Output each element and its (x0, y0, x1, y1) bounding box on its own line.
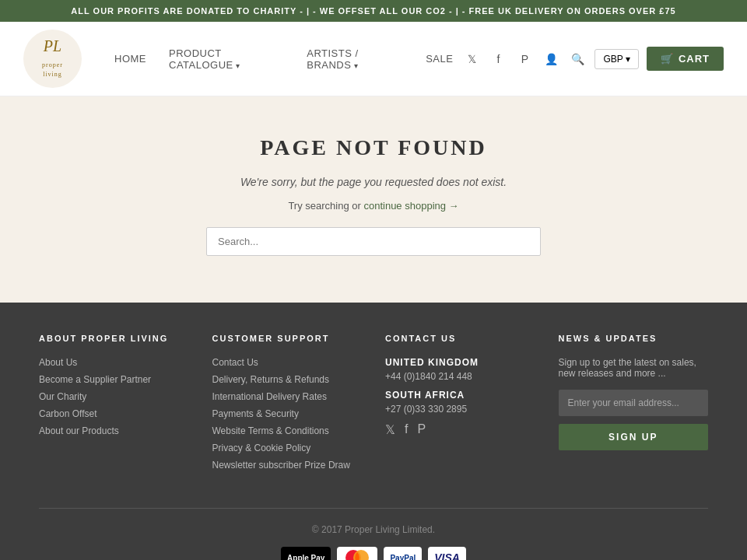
footer: ABOUT PROPER LIVING About Us Become a Su… (0, 303, 747, 560)
footer-contact-title: CONTACT US (385, 334, 535, 343)
account-icon[interactable]: 👤 (542, 50, 560, 68)
facebook-icon[interactable]: f (489, 50, 507, 68)
footer-facebook-icon[interactable]: f (405, 422, 408, 437)
footer-about-title: ABOUT PROPER LIVING (39, 334, 189, 343)
footer-link-international[interactable]: International Delivery Rates (212, 391, 363, 402)
search-icon[interactable]: 🔍 (568, 50, 587, 68)
footer-link-newsletter[interactable]: Newsletter subscriber Prize Draw (212, 460, 363, 471)
footer-pinterest-icon[interactable]: P (417, 422, 426, 437)
svg-text:proper: proper (42, 61, 63, 68)
payment-icons: Apple Pay PayPal VISA (39, 547, 708, 560)
social-icons: 𝕏 f P (385, 422, 535, 437)
sorry-message: We're sorry, but the page you requested … (240, 176, 507, 188)
footer-link-products[interactable]: About our Products (39, 425, 189, 436)
email-input[interactable] (559, 390, 709, 416)
footer-link-privacy[interactable]: Privacy & Cookie Policy (212, 443, 363, 453)
contact-uk-phone: +44 (0)1840 214 448 (385, 371, 535, 382)
contact-sa-label: SOUTH AFRICA (385, 390, 535, 401)
footer-col-contact: CONTACT US UNITED KINGDOM +44 (0)1840 21… (385, 334, 535, 477)
footer-news-title: NEWS & UPDATES (559, 334, 709, 343)
footer-link-delivery[interactable]: Delivery, Returns & Refunds (212, 374, 363, 385)
signup-button[interactable]: SIGN UP (559, 424, 709, 450)
currency-selector[interactable]: GBP ▾ (594, 49, 638, 69)
nav-catalogue[interactable]: PRODUCT CATALOGUE (160, 41, 293, 77)
footer-link-payments[interactable]: Payments & Security (212, 408, 363, 419)
mastercard-icon (337, 547, 377, 560)
contact-sa-phone: +27 (0)33 330 2895 (385, 404, 535, 415)
main-content: PAGE NOT FOUND We're sorry, but the page… (0, 96, 747, 303)
header-right: 𝕏 f P 👤 🔍 GBP ▾ 🛒 CART (462, 47, 724, 71)
nav-artists[interactable]: ARTISTS / BRANDS (297, 41, 412, 77)
search-prompt-text: Try searching or continue shopping → (288, 200, 458, 212)
footer-support-title: CUSTOMER SUPPORT (212, 334, 363, 343)
pinterest-icon[interactable]: P (515, 50, 534, 68)
footer-col-support: CUSTOMER SUPPORT Contact Us Delivery, Re… (212, 334, 363, 477)
twitter-icon[interactable]: 𝕏 (462, 50, 481, 68)
signup-description: Sign up to get the latest on sales, new … (559, 357, 709, 379)
nav-sale[interactable]: SALE (416, 47, 462, 71)
footer-link-about-us[interactable]: About Us (39, 357, 189, 368)
svg-text:living: living (43, 71, 62, 78)
copyright: © 2017 Proper Living Limited. (39, 524, 708, 535)
footer-link-carbon[interactable]: Carbon Offset (39, 408, 189, 419)
visa-icon: VISA (428, 547, 466, 560)
footer-col-about: ABOUT PROPER LIVING About Us Become a Su… (39, 334, 189, 477)
footer-bottom: © 2017 Proper Living Limited. Apple Pay … (39, 508, 708, 560)
svg-text:PL: PL (43, 37, 61, 54)
paypal-icon: PayPal (384, 547, 422, 560)
footer-grid: ABOUT PROPER LIVING About Us Become a Su… (39, 334, 708, 477)
header: PL proper living HOME PRODUCT CATALOGUE … (0, 22, 747, 96)
logo-icon: PL proper living (23, 30, 82, 88)
footer-twitter-icon[interactable]: 𝕏 (385, 422, 395, 437)
continue-shopping-link[interactable]: continue shopping → (363, 200, 458, 212)
nav-home[interactable]: HOME (105, 47, 156, 71)
cart-button[interactable]: 🛒 CART (647, 47, 724, 71)
footer-link-supplier[interactable]: Become a Supplier Partner (39, 374, 189, 385)
cart-icon: 🛒 (661, 53, 674, 65)
page-title: PAGE NOT FOUND (260, 135, 486, 160)
search-input[interactable] (206, 227, 541, 256)
footer-link-charity[interactable]: Our Charity (39, 391, 189, 402)
top-banner: ALL OUR PROFITS ARE DONATED TO CHARITY -… (0, 0, 747, 22)
apple-pay-icon: Apple Pay (281, 547, 331, 560)
logo[interactable]: PL proper living (23, 30, 82, 88)
contact-uk-label: UNITED KINGDOM (385, 357, 535, 368)
footer-col-news: NEWS & UPDATES Sign up to get the latest… (559, 334, 709, 477)
footer-link-terms[interactable]: Website Terms & Conditions (212, 425, 363, 436)
footer-link-contact[interactable]: Contact Us (212, 357, 363, 368)
main-nav: HOME PRODUCT CATALOGUE ARTISTS / BRANDS … (105, 41, 462, 77)
